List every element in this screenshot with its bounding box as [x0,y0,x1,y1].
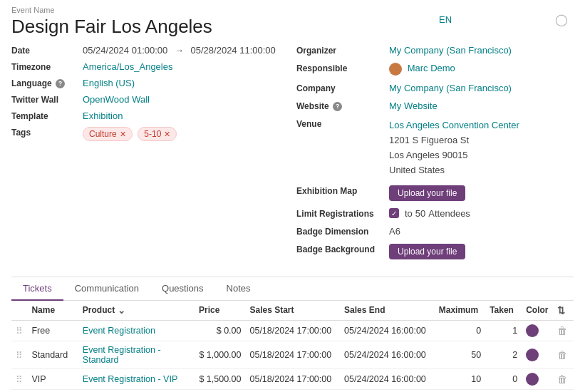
upload-badge-background-button[interactable]: Upload your file [389,244,465,259]
date-arrow: → [175,45,184,56]
language-question-icon[interactable]: ? [56,79,65,88]
value-language[interactable]: English (US) [83,78,282,88]
main-content: Date 05/24/2024 01:00:00 → 05/28/2024 11… [11,45,574,267]
page-container: Event Name Design Fair Los Angeles EN ◯ … [0,0,585,392]
label-language: Language ? [11,78,83,88]
field-website: Website ? My Website [296,100,574,111]
venue-addr3: United States [389,163,574,178]
value-tags: Culture ✕ 5-10 ✕ [83,127,282,141]
value-limit-registrations: ✓ to 50 Attendees [389,208,574,219]
th-handle [11,301,27,321]
settings-icon[interactable]: ◯ [555,13,568,26]
th-product: Product ⌄ [78,301,195,321]
tab-questions[interactable]: Questions [150,277,215,301]
row-product: Event Registration - Standard [78,341,195,368]
row-delete[interactable]: 🗑 [553,341,574,368]
field-tags: Tags Culture ✕ 5-10 ✕ [11,127,282,141]
row-handle: ⠿ [11,341,27,368]
trash-icon[interactable]: 🗑 [557,349,567,361]
venue-addr2: Los Angeles 90015 [389,148,574,163]
venue-addr1: 1201 S Figueroa St [389,133,574,148]
field-twitter-wall: Twitter Wall OpenWood Wall [11,94,282,105]
field-limit-registrations: Limit Registrations ✓ to 50 Attendees [296,208,574,219]
row-delete[interactable]: 🗑 [553,320,574,341]
field-badge-background: Badge Background Upload your file [296,244,574,259]
website-question-icon[interactable]: ? [333,102,342,111]
venue-name[interactable]: Los Angeles Convention Center [389,118,574,133]
value-company[interactable]: My Company (San Francisco) [389,83,574,93]
date-start: 05/24/2024 01:00:00 [83,45,167,56]
left-column: Date 05/24/2024 01:00:00 → 05/28/2024 11… [11,45,296,267]
row-product: Event Registration [78,320,195,341]
value-venue: Los Angeles Convention Center 1201 S Fig… [389,118,574,177]
row-taken: 0 [485,368,522,389]
field-badge-dimension: Badge Dimension A6 [296,226,574,237]
tag-culture-remove[interactable]: ✕ [120,130,126,139]
th-price: Price [195,301,245,321]
tab-notes[interactable]: Notes [215,277,262,301]
label-limit-registrations: Limit Registrations [296,208,389,219]
table-row: ⠿ Standard Event Registration - Standard… [11,341,574,368]
label-website: Website ? [296,100,389,111]
tab-tickets[interactable]: Tickets [11,277,63,301]
th-maximum: Maximum [435,301,485,321]
row-sales-end: 05/24/2024 16:00:00 [340,320,435,341]
label-twitter-wall: Twitter Wall [11,94,83,105]
row-price: $ 1,000.00 [195,341,245,368]
tabs-section: Tickets Communication Questions Notes Na… [11,277,574,392]
event-name-label: Event Name [11,6,574,14]
value-template[interactable]: Exhibition [83,110,282,121]
value-timezone[interactable]: America/Los_Angeles [83,61,282,72]
row-price: $ 0.00 [195,320,245,341]
value-exhibition-map: Upload your file [389,185,574,201]
label-venue: Venue [296,118,389,129]
label-exhibition-map: Exhibition Map [296,185,389,196]
row-delete[interactable]: 🗑 [553,368,574,389]
field-company: Company My Company (San Francisco) [296,83,574,93]
table-row: ⠿ Free Event Registration $ 0.00 05/18/2… [11,320,574,341]
row-color[interactable] [522,368,553,389]
tag-510: 5-10 ✕ [138,127,177,141]
trash-icon[interactable]: 🗑 [557,325,567,336]
label-tags: Tags [11,127,83,138]
row-sales-end: 05/24/2024 16:00:00 [340,368,435,389]
event-title: Design Fair Los Angeles [11,16,574,38]
th-product-inner: Product ⌄ [83,305,190,316]
trash-icon[interactable]: 🗑 [557,373,567,385]
value-website[interactable]: My Website [389,100,574,111]
field-language: Language ? English (US) [11,78,282,88]
row-price: $ 1,500.00 [195,368,245,389]
row-sales-start: 05/18/2024 17:00:00 [245,341,340,368]
responsible-name[interactable]: Marc Demo [408,63,455,73]
value-badge-background: Upload your file [389,244,574,259]
label-organizer: Organizer [296,45,389,56]
lang-badge[interactable]: EN [439,14,452,25]
row-sales-start: 05/18/2024 17:00:00 [245,320,340,341]
value-responsible: Marc Demo [389,63,574,76]
table-header-row: Name Product ⌄ Price Sales Start [11,301,574,321]
value-badge-dimension: A6 [389,226,574,237]
row-maximum: 10 [435,368,485,389]
tab-communication[interactable]: Communication [63,277,150,301]
value-twitter-wall[interactable]: OpenWood Wall [83,94,282,105]
upload-exhibition-map-button[interactable]: Upload your file [389,185,465,201]
tickets-body: ⠿ Free Event Registration $ 0.00 05/18/2… [11,320,574,389]
product-sort-icon[interactable]: ⌄ [118,305,125,316]
label-date: Date [11,45,83,56]
tag-510-remove[interactable]: ✕ [164,130,170,139]
table-sort-icon[interactable]: ⇅ [557,305,565,316]
row-color[interactable] [522,341,553,368]
row-handle: ⠿ [11,320,27,341]
row-color[interactable] [522,320,553,341]
value-organizer[interactable]: My Company (San Francisco) [389,45,574,56]
field-date: Date 05/24/2024 01:00:00 → 05/28/2024 11… [11,45,282,56]
right-column: Organizer My Company (San Francisco) Res… [296,45,574,267]
label-template: Template [11,110,83,121]
label-badge-dimension: Badge Dimension [296,226,389,237]
limit-checkbox[interactable]: ✓ [389,208,399,218]
add-line-button[interactable]: Add a line [11,390,61,392]
th-actions: ⇅ [553,301,574,321]
field-timezone: Timezone America/Los_Angeles [11,61,282,72]
row-sales-start: 05/18/2024 17:00:00 [245,368,340,389]
row-handle: ⠿ [11,368,27,389]
